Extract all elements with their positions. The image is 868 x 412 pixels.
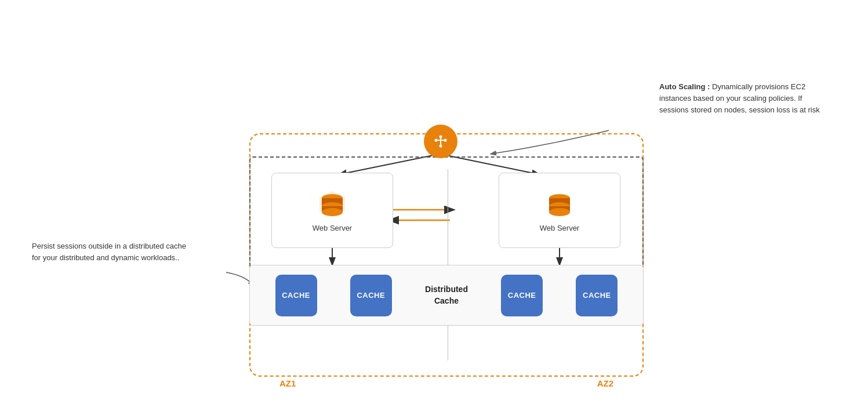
load-balancer-icon [424, 125, 457, 158]
diagram-container: AZ1 AZ2 Web Server [0, 0, 868, 412]
az2-label: AZ2 [597, 378, 613, 388]
svg-point-11 [444, 139, 447, 142]
cache-node-4: CACHE [576, 275, 618, 316]
distributed-cache-label: DistributedCache [425, 284, 468, 307]
svg-point-12 [440, 145, 442, 148]
annotation-top-right: Auto Scaling : Dynamically provisions EC… [659, 81, 833, 116]
svg-point-9 [440, 136, 442, 138]
aws-server-icon-right [544, 189, 575, 219]
svg-point-10 [435, 139, 438, 142]
web-server-left: Web Server [271, 173, 393, 248]
web-server-right-label: Web Server [540, 224, 579, 232]
annotation-bottom-text: Persist sessions outside in a distribute… [32, 242, 186, 262]
cache-section: CACHE CACHE DistributedCache CACHE CACHE [249, 265, 644, 326]
svg-point-18 [322, 208, 343, 216]
web-server-left-label: Web Server [313, 224, 352, 232]
web-server-right: Web Server [499, 173, 620, 248]
svg-point-23 [549, 208, 570, 216]
annotation-bottom-left: Persist sessions outside in a distribute… [32, 240, 194, 264]
az1-label: AZ1 [279, 378, 296, 388]
cache-node-1: CACHE [275, 275, 317, 316]
lb-svg [431, 132, 450, 151]
annotation-bold: Auto Scaling : [659, 82, 712, 91]
aws-server-icon-left [317, 189, 347, 219]
cache-node-2: CACHE [350, 275, 392, 316]
cache-node-3: CACHE [501, 275, 543, 316]
